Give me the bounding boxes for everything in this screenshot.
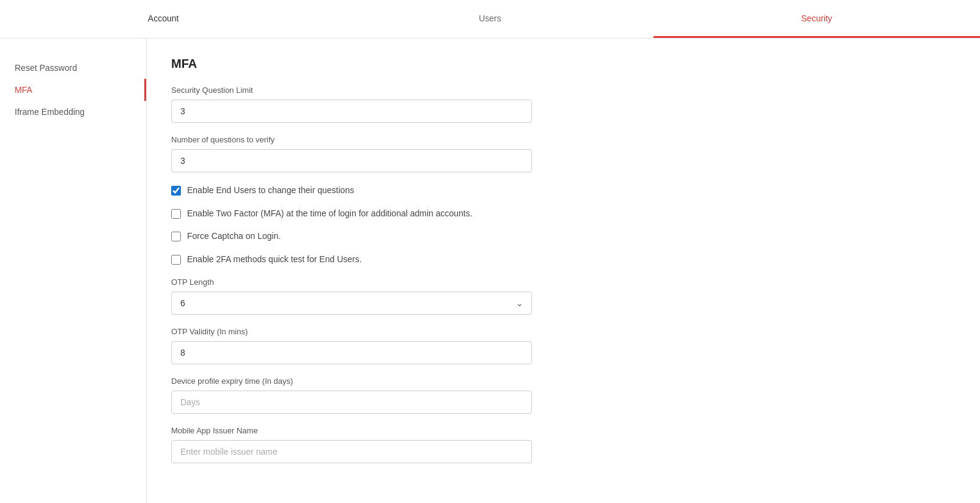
- section-title: MFA: [171, 57, 956, 71]
- mobile-app-issuer-name-group: Mobile App Issuer Name: [171, 426, 956, 463]
- checkbox-enable-two-factor-label: Enable Two Factor (MFA) at the time of l…: [187, 208, 473, 220]
- security-question-limit-group: Security Question Limit: [171, 86, 956, 123]
- number-of-questions-input[interactable]: [171, 149, 532, 172]
- checkbox-enable-end-users-input[interactable]: [171, 186, 181, 196]
- checkbox-force-captcha: Force Captcha on Login.: [171, 230, 956, 243]
- nav-item-users[interactable]: Users: [326, 0, 653, 38]
- checkbox-enable-2fa-quick-test-label: Enable 2FA methods quick test for End Us…: [187, 254, 362, 266]
- sidebar-item-iframe-embedding[interactable]: Iframe Embedding: [0, 101, 146, 123]
- otp-validity-input[interactable]: [171, 341, 532, 364]
- security-question-limit-label: Security Question Limit: [171, 86, 956, 95]
- checkboxes-group: Enable End Users to change their questio…: [171, 185, 956, 265]
- checkbox-enable-end-users: Enable End Users to change their questio…: [171, 185, 956, 197]
- checkbox-enable-two-factor: Enable Two Factor (MFA) at the time of l…: [171, 208, 956, 220]
- checkbox-enable-end-users-label: Enable End Users to change their questio…: [187, 185, 354, 197]
- device-profile-expiry-label: Device profile expiry time (In days): [171, 376, 956, 386]
- sidebar-item-mfa[interactable]: MFA: [0, 79, 146, 101]
- sidebar-item-reset-password[interactable]: Reset Password: [0, 57, 146, 79]
- otp-length-group: OTP Length 4 6 8 ⌄: [171, 277, 956, 315]
- otp-length-select[interactable]: 4 6 8: [171, 292, 532, 315]
- otp-length-select-wrapper: 4 6 8 ⌄: [171, 292, 532, 315]
- otp-validity-label: OTP Validity (In mins): [171, 327, 956, 336]
- nav-item-security[interactable]: Security: [654, 0, 980, 38]
- security-question-limit-input[interactable]: [171, 100, 532, 123]
- checkbox-force-captcha-input[interactable]: [171, 232, 181, 241]
- device-profile-expiry-group: Device profile expiry time (In days): [171, 376, 956, 414]
- checkbox-enable-2fa-quick-test: Enable 2FA methods quick test for End Us…: [171, 254, 956, 266]
- main-content: MFA Security Question Limit Number of qu…: [147, 39, 980, 503]
- main-layout: Reset Password MFA Iframe Embedding MFA …: [0, 39, 980, 503]
- otp-length-label: OTP Length: [171, 277, 956, 287]
- checkbox-force-captcha-label: Force Captcha on Login.: [187, 230, 281, 243]
- otp-validity-group: OTP Validity (In mins): [171, 327, 956, 364]
- number-of-questions-group: Number of questions to verify: [171, 135, 956, 172]
- mobile-app-issuer-name-input[interactable]: [171, 440, 532, 463]
- checkbox-enable-two-factor-input[interactable]: [171, 209, 181, 219]
- checkbox-enable-2fa-quick-test-input[interactable]: [171, 255, 181, 265]
- nav-item-account[interactable]: Account: [0, 0, 326, 38]
- mobile-app-issuer-name-label: Mobile App Issuer Name: [171, 426, 956, 435]
- number-of-questions-label: Number of questions to verify: [171, 135, 956, 144]
- sidebar: Reset Password MFA Iframe Embedding: [0, 39, 147, 503]
- device-profile-expiry-input[interactable]: [171, 391, 532, 414]
- top-navigation: Account Users Security: [0, 0, 980, 39]
